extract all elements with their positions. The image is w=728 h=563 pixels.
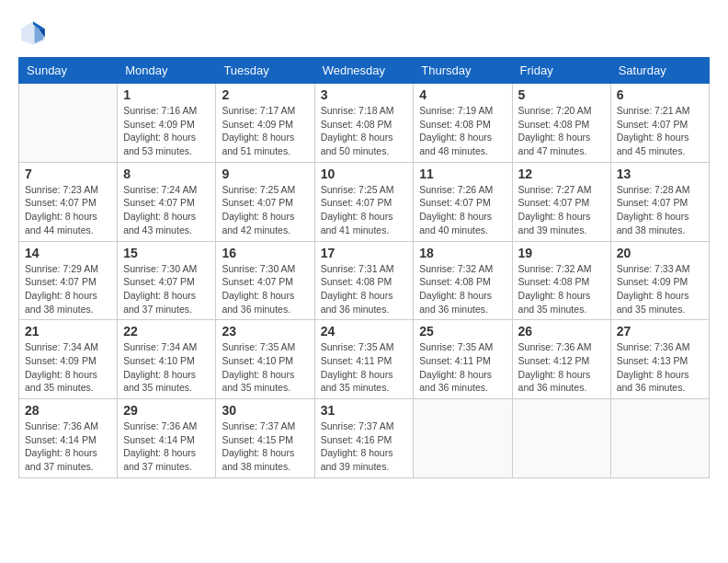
day-header-monday: Monday	[118, 58, 216, 84]
day-header-tuesday: Tuesday	[216, 58, 314, 84]
day-info: Sunrise: 7:27 AM Sunset: 4:07 PM Dayligh…	[518, 183, 605, 237]
day-info: Sunrise: 7:19 AM Sunset: 4:08 PM Dayligh…	[419, 104, 506, 158]
day-info: Sunrise: 7:30 AM Sunset: 4:07 PM Dayligh…	[123, 262, 210, 316]
day-info: Sunrise: 7:36 AM Sunset: 4:14 PM Dayligh…	[25, 419, 111, 474]
day-number: 28	[25, 403, 111, 418]
day-info: Sunrise: 7:23 AM Sunset: 4:07 PM Dayligh…	[25, 183, 111, 237]
day-number: 15	[123, 246, 210, 260]
day-number: 12	[518, 167, 605, 181]
day-number: 11	[419, 167, 506, 181]
calendar-cell: 1Sunrise: 7:16 AM Sunset: 4:09 PM Daylig…	[118, 84, 216, 163]
day-number: 24	[321, 324, 408, 339]
day-number: 16	[222, 246, 308, 260]
calendar-cell: 14Sunrise: 7:29 AM Sunset: 4:07 PM Dayli…	[19, 241, 118, 320]
calendar-cell: 3Sunrise: 7:18 AM Sunset: 4:08 PM Daylig…	[314, 84, 414, 163]
day-number: 5	[518, 87, 605, 102]
day-info: Sunrise: 7:24 AM Sunset: 4:07 PM Dayligh…	[123, 183, 210, 237]
day-info: Sunrise: 7:36 AM Sunset: 4:13 PM Dayligh…	[617, 340, 703, 395]
day-header-friday: Friday	[512, 58, 610, 84]
calendar-cell: 28Sunrise: 7:36 AM Sunset: 4:14 PM Dayli…	[19, 399, 118, 478]
day-header-saturday: Saturday	[610, 58, 709, 84]
day-number: 8	[123, 167, 210, 181]
calendar-week-4: 21Sunrise: 7:34 AM Sunset: 4:09 PM Dayli…	[19, 320, 710, 399]
day-header-thursday: Thursday	[414, 58, 512, 84]
calendar-cell: 27Sunrise: 7:36 AM Sunset: 4:13 PM Dayli…	[610, 320, 709, 399]
day-number: 25	[419, 324, 506, 339]
day-info: Sunrise: 7:35 AM Sunset: 4:11 PM Dayligh…	[321, 340, 408, 395]
calendar-cell	[414, 399, 512, 478]
day-info: Sunrise: 7:32 AM Sunset: 4:08 PM Dayligh…	[518, 262, 605, 316]
day-info: Sunrise: 7:25 AM Sunset: 4:07 PM Dayligh…	[222, 183, 308, 237]
calendar-cell: 10Sunrise: 7:25 AM Sunset: 4:07 PM Dayli…	[314, 162, 414, 241]
day-info: Sunrise: 7:18 AM Sunset: 4:08 PM Dayligh…	[321, 104, 408, 158]
day-info: Sunrise: 7:35 AM Sunset: 4:11 PM Dayligh…	[419, 340, 506, 395]
calendar-cell	[512, 399, 610, 478]
calendar-cell: 25Sunrise: 7:35 AM Sunset: 4:11 PM Dayli…	[414, 320, 512, 399]
day-number: 20	[617, 246, 703, 260]
day-info: Sunrise: 7:32 AM Sunset: 4:08 PM Dayligh…	[419, 262, 506, 316]
calendar-week-1: 1Sunrise: 7:16 AM Sunset: 4:09 PM Daylig…	[19, 84, 710, 163]
calendar-cell: 2Sunrise: 7:17 AM Sunset: 4:09 PM Daylig…	[216, 84, 314, 163]
day-header-wednesday: Wednesday	[314, 58, 414, 84]
day-info: Sunrise: 7:36 AM Sunset: 4:14 PM Dayligh…	[123, 419, 210, 474]
calendar-cell: 21Sunrise: 7:34 AM Sunset: 4:09 PM Dayli…	[19, 320, 118, 399]
calendar-cell: 6Sunrise: 7:21 AM Sunset: 4:07 PM Daylig…	[610, 84, 709, 163]
calendar-cell: 8Sunrise: 7:24 AM Sunset: 4:07 PM Daylig…	[118, 162, 216, 241]
day-number: 23	[222, 324, 308, 339]
day-number: 31	[321, 403, 408, 418]
calendar-cell: 5Sunrise: 7:20 AM Sunset: 4:08 PM Daylig…	[512, 84, 610, 163]
day-info: Sunrise: 7:34 AM Sunset: 4:10 PM Dayligh…	[123, 340, 210, 395]
day-info: Sunrise: 7:16 AM Sunset: 4:09 PM Dayligh…	[123, 104, 210, 158]
calendar-header-row: SundayMondayTuesdayWednesdayThursdayFrid…	[19, 58, 710, 84]
day-info: Sunrise: 7:20 AM Sunset: 4:08 PM Dayligh…	[518, 104, 605, 158]
calendar-cell: 11Sunrise: 7:26 AM Sunset: 4:07 PM Dayli…	[414, 162, 512, 241]
calendar-cell: 22Sunrise: 7:34 AM Sunset: 4:10 PM Dayli…	[118, 320, 216, 399]
day-info: Sunrise: 7:17 AM Sunset: 4:09 PM Dayligh…	[222, 104, 308, 158]
calendar-cell: 31Sunrise: 7:37 AM Sunset: 4:16 PM Dayli…	[314, 399, 414, 478]
day-info: Sunrise: 7:37 AM Sunset: 4:15 PM Dayligh…	[222, 419, 308, 474]
day-number: 17	[321, 246, 408, 260]
day-info: Sunrise: 7:29 AM Sunset: 4:07 PM Dayligh…	[25, 262, 111, 316]
day-number: 30	[222, 403, 308, 418]
day-number: 14	[25, 246, 111, 260]
calendar-cell: 7Sunrise: 7:23 AM Sunset: 4:07 PM Daylig…	[19, 162, 118, 241]
day-info: Sunrise: 7:25 AM Sunset: 4:07 PM Dayligh…	[321, 183, 408, 237]
calendar-cell: 20Sunrise: 7:33 AM Sunset: 4:09 PM Dayli…	[610, 241, 709, 320]
calendar-cell: 16Sunrise: 7:30 AM Sunset: 4:07 PM Dayli…	[216, 241, 314, 320]
calendar-cell: 23Sunrise: 7:35 AM Sunset: 4:10 PM Dayli…	[216, 320, 314, 399]
calendar-cell: 9Sunrise: 7:25 AM Sunset: 4:07 PM Daylig…	[216, 162, 314, 241]
calendar-cell: 18Sunrise: 7:32 AM Sunset: 4:08 PM Dayli…	[414, 241, 512, 320]
calendar-week-3: 14Sunrise: 7:29 AM Sunset: 4:07 PM Dayli…	[19, 241, 710, 320]
day-info: Sunrise: 7:33 AM Sunset: 4:09 PM Dayligh…	[617, 262, 703, 316]
day-info: Sunrise: 7:28 AM Sunset: 4:07 PM Dayligh…	[617, 183, 703, 237]
day-number: 3	[321, 87, 408, 102]
calendar-cell: 17Sunrise: 7:31 AM Sunset: 4:08 PM Dayli…	[314, 241, 414, 320]
calendar-cell: 29Sunrise: 7:36 AM Sunset: 4:14 PM Dayli…	[118, 399, 216, 478]
day-info: Sunrise: 7:31 AM Sunset: 4:08 PM Dayligh…	[321, 262, 408, 316]
day-header-sunday: Sunday	[19, 58, 118, 84]
calendar-cell: 24Sunrise: 7:35 AM Sunset: 4:11 PM Dayli…	[314, 320, 414, 399]
day-info: Sunrise: 7:36 AM Sunset: 4:12 PM Dayligh…	[518, 340, 605, 395]
calendar-cell: 15Sunrise: 7:30 AM Sunset: 4:07 PM Dayli…	[118, 241, 216, 320]
calendar-cell: 12Sunrise: 7:27 AM Sunset: 4:07 PM Dayli…	[512, 162, 610, 241]
day-number: 19	[518, 246, 605, 260]
calendar-cell: 13Sunrise: 7:28 AM Sunset: 4:07 PM Dayli…	[610, 162, 709, 241]
day-number: 9	[222, 167, 308, 181]
day-number: 4	[419, 87, 506, 102]
day-info: Sunrise: 7:26 AM Sunset: 4:07 PM Dayligh…	[419, 183, 506, 237]
day-number: 18	[419, 246, 506, 260]
calendar: SundayMondayTuesdayWednesdayThursdayFrid…	[18, 57, 710, 478]
day-info: Sunrise: 7:34 AM Sunset: 4:09 PM Dayligh…	[25, 340, 111, 395]
day-info: Sunrise: 7:37 AM Sunset: 4:16 PM Dayligh…	[321, 419, 408, 474]
day-info: Sunrise: 7:35 AM Sunset: 4:10 PM Dayligh…	[222, 340, 308, 395]
day-number: 22	[123, 324, 210, 339]
logo-icon	[18, 18, 48, 48]
calendar-cell	[610, 399, 709, 478]
day-number: 21	[25, 324, 111, 339]
calendar-cell: 19Sunrise: 7:32 AM Sunset: 4:08 PM Dayli…	[512, 241, 610, 320]
day-number: 7	[25, 167, 111, 181]
day-info: Sunrise: 7:30 AM Sunset: 4:07 PM Dayligh…	[222, 262, 308, 316]
day-number: 10	[321, 167, 408, 181]
day-number: 29	[123, 403, 210, 418]
calendar-week-5: 28Sunrise: 7:36 AM Sunset: 4:14 PM Dayli…	[19, 399, 710, 478]
